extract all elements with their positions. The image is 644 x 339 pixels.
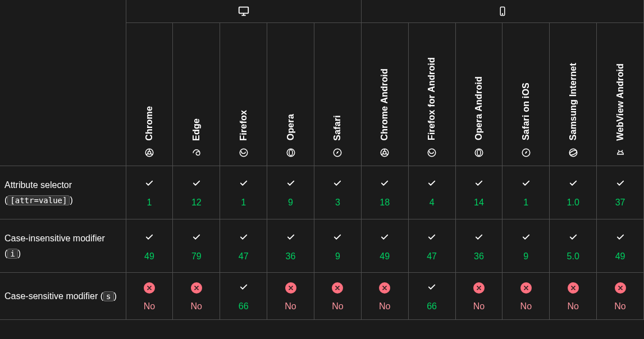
check-icon (239, 178, 249, 190)
check-icon (521, 232, 531, 244)
support-cell: 49 (361, 219, 408, 272)
svg-line-9 (150, 153, 153, 154)
support-cell: No (173, 273, 220, 320)
svg-line-17 (382, 153, 384, 154)
support-value: 18 (380, 198, 390, 208)
x-icon (191, 282, 202, 294)
support-value: 49 (380, 251, 390, 262)
support-value: 1 (241, 198, 246, 208)
support-value: 49 (615, 251, 625, 262)
check-icon (332, 178, 342, 190)
browser-header-webview: WebView Android (597, 22, 644, 166)
table-row: Case-insensitive modifier (i)49794736949… (0, 219, 644, 272)
support-value: 79 (191, 251, 202, 262)
support-cell: 1.0 (550, 166, 597, 219)
x-icon (473, 282, 485, 294)
support-value: 14 (474, 198, 484, 208)
support-cell: 14 (455, 166, 503, 219)
feature-label-text: ) (114, 291, 117, 301)
support-cell: 1 (503, 166, 550, 219)
browser-header-opera_android: Opera Android (455, 22, 503, 166)
support-cell: 36 (455, 219, 503, 272)
support-cell: No (361, 273, 408, 320)
check-icon (144, 232, 154, 244)
svg-line-8 (146, 153, 148, 154)
browser-name: Safari (332, 115, 342, 141)
x-icon (568, 282, 579, 294)
support-cell: 1 (220, 166, 267, 219)
check-icon (427, 178, 437, 190)
table-row: Case-sensitive modifier (s)NoNo66NoNoNo6… (0, 273, 644, 320)
support-cell: 49 (126, 219, 173, 272)
svg-point-15 (383, 151, 386, 154)
check-icon (191, 178, 202, 190)
browser-header-chrome: Chrome (126, 22, 173, 166)
check-icon (521, 178, 531, 190)
x-icon (285, 282, 296, 294)
chrome-icon (144, 148, 154, 158)
browser-header-firefox: Firefox (220, 22, 267, 166)
support-cell: 47 (408, 219, 455, 272)
check-icon (474, 178, 484, 190)
check-icon (615, 178, 625, 190)
support-cell: 79 (173, 219, 220, 272)
support-cell: 66 (220, 273, 267, 320)
support-value: 3 (335, 198, 340, 208)
check-icon (380, 232, 390, 244)
feature-label-code: i (7, 249, 17, 259)
support-cell: No (455, 273, 503, 320)
safari-icon (332, 148, 342, 158)
support-value: 12 (191, 198, 202, 208)
feature-label: Attribute selector ([attr=value]) (0, 166, 126, 219)
x-icon (615, 282, 626, 294)
samsung-icon (568, 148, 578, 158)
browser-name: Chrome Android (380, 68, 390, 140)
support-cell: 37 (597, 166, 644, 219)
support-value: No (567, 301, 578, 311)
browser-name: Opera (286, 114, 296, 140)
browser-name: WebView Android (615, 63, 625, 141)
x-icon (332, 282, 343, 294)
support-value: 47 (239, 251, 249, 262)
mobile-platform-header (361, 0, 643, 22)
check-icon (615, 232, 625, 244)
support-cell: 47 (220, 219, 267, 272)
support-cell: No (126, 273, 173, 320)
feature-label: Case-sensitive modifier (s) (0, 273, 126, 320)
support-value: 49 (144, 251, 154, 262)
x-icon (520, 282, 532, 294)
support-cell: 5.0 (550, 219, 597, 272)
support-cell: 9 (267, 166, 314, 219)
chrome-icon (380, 148, 390, 158)
check-icon (286, 178, 296, 190)
support-value: 1.0 (567, 198, 579, 208)
support-cell: 9 (503, 219, 550, 272)
svg-point-19 (428, 149, 436, 157)
support-value: 9 (335, 251, 340, 262)
feature-label: Case-insensitive modifier (i) (0, 219, 126, 272)
check-icon (332, 232, 342, 244)
desktop-icon (126, 5, 361, 17)
feature-label-text: Case-sensitive modifier ( (4, 291, 103, 301)
support-value: 66 (239, 301, 249, 311)
support-cell: No (503, 273, 550, 320)
svg-line-28 (622, 150, 623, 151)
svg-line-18 (386, 153, 388, 154)
support-value: 9 (523, 251, 528, 262)
support-value: No (191, 301, 202, 311)
support-value: 36 (474, 251, 484, 262)
browser-name: Opera Android (474, 76, 484, 140)
firefox-icon (427, 148, 437, 158)
opera-icon (474, 148, 484, 158)
support-value: 5.0 (567, 251, 579, 262)
support-value: No (520, 301, 532, 311)
support-value: 66 (427, 301, 437, 311)
support-cell: No (267, 273, 314, 320)
feature-label-code: s (103, 291, 113, 301)
table-row: Attribute selector ([attr=value])1121931… (0, 166, 644, 219)
feature-label-text: ) (70, 195, 72, 205)
safari-icon (521, 148, 531, 158)
browser-header-safari: Safari (314, 22, 361, 166)
support-value: 36 (286, 251, 296, 262)
support-value: No (379, 301, 390, 311)
